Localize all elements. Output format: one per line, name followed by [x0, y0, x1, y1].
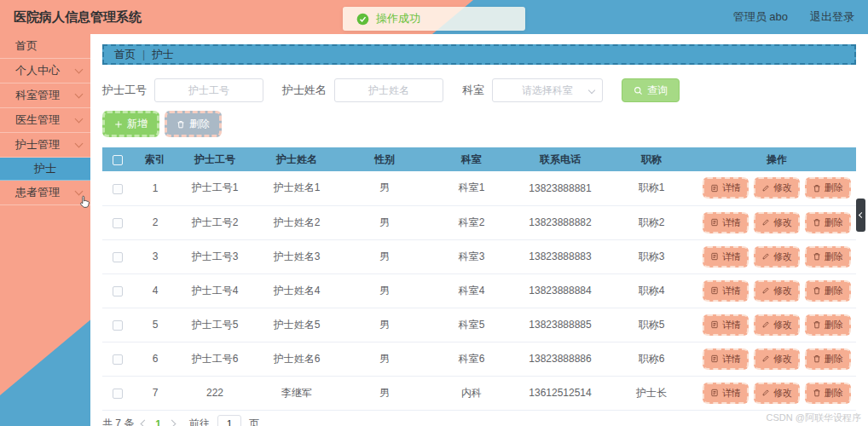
goto-page-input[interactable] — [217, 415, 241, 426]
nurse-table: 索引 护士工号 护士姓名 性别 科室 联系电话 职称 操作 — [102, 147, 856, 411]
delete-button-label: 删除 — [189, 117, 210, 131]
goto-label: 前往 — [189, 417, 210, 426]
detail-button[interactable]: 详情 — [703, 177, 749, 199]
row-checkbox[interactable] — [113, 320, 123, 331]
edit-button[interactable]: 修改 — [754, 383, 800, 404]
cell-nurse-name: 护士姓名6 — [252, 342, 341, 376]
edit-button[interactable]: 修改 — [754, 280, 800, 302]
pagination: 共 7 条 1 前往 页 — [102, 415, 856, 426]
chevron-down-icon — [75, 115, 84, 124]
row-checkbox[interactable] — [113, 286, 123, 296]
sidebar-subitem-nurse-active[interactable]: 护士 — [0, 158, 90, 181]
query-button[interactable]: 查询 — [622, 78, 680, 102]
column-nurse-name: 护士姓名 — [252, 147, 341, 171]
cell-title: 职称4 — [605, 273, 697, 308]
delete-button[interactable]: 删除 — [805, 212, 851, 233]
cell-gender: 男 — [341, 342, 428, 376]
nurse-id-label: 护士工号 — [102, 83, 147, 98]
chevron-down-icon — [75, 90, 84, 99]
sidebar-item-department-management[interactable]: 科室管理 — [0, 83, 90, 108]
cell-department: 内科 — [428, 376, 515, 410]
document-icon — [710, 389, 719, 397]
cell-phone: 13612512514 — [515, 376, 605, 410]
batch-delete-button[interactable]: 删除 — [165, 111, 222, 137]
document-icon — [710, 286, 719, 295]
add-button-label: 新增 — [127, 117, 148, 131]
sidebar-subitem-label: 护士 — [34, 161, 56, 176]
nurse-name-input[interactable] — [334, 78, 443, 102]
trash-icon — [813, 320, 821, 329]
table-row: 6 护士工号6 护士姓名6 男 科室6 13823888886 职称6 详情 修… — [102, 342, 856, 376]
collapse-panel-tab[interactable] — [856, 199, 865, 232]
add-button[interactable]: 新增 — [102, 111, 159, 137]
edit-button[interactable]: 修改 — [754, 314, 800, 336]
cell-gender: 男 — [341, 239, 428, 273]
cell-nurse-name: 护士姓名3 — [252, 239, 341, 273]
logout-link[interactable]: 退出登录 — [810, 9, 854, 25]
cell-department: 科室6 — [428, 342, 515, 376]
cell-nurse-id: 护士工号6 — [177, 342, 252, 376]
prev-page-icon[interactable] — [141, 420, 149, 426]
row-checkbox[interactable] — [113, 354, 123, 365]
document-icon — [710, 354, 719, 363]
cell-department: 科室5 — [428, 308, 515, 342]
sidebar-item-patient-management[interactable]: 患者管理 — [0, 181, 90, 205]
trash-icon — [813, 252, 821, 261]
row-checkbox[interactable] — [113, 252, 123, 262]
cell-department: 科室4 — [428, 273, 515, 308]
edit-button[interactable]: 修改 — [754, 177, 800, 199]
detail-button[interactable]: 详情 — [703, 314, 749, 336]
pagination-total: 共 7 条 — [102, 417, 134, 426]
cell-index: 2 — [133, 205, 177, 239]
sidebar-item-personal-center[interactable]: 个人中心 — [0, 59, 90, 83]
delete-button[interactable]: 删除 — [805, 314, 851, 336]
delete-button[interactable]: 删除 — [805, 383, 851, 404]
cell-gender: 男 — [341, 376, 428, 410]
pencil-icon — [761, 252, 770, 261]
column-index: 索引 — [133, 147, 177, 171]
cell-phone: 13823888884 — [515, 273, 605, 308]
delete-button[interactable]: 删除 — [805, 177, 851, 199]
edit-button[interactable]: 修改 — [754, 246, 800, 268]
pencil-icon — [761, 218, 770, 227]
delete-button[interactable]: 删除 — [805, 280, 851, 302]
detail-button[interactable]: 详情 — [703, 383, 749, 404]
breadcrumb-home[interactable]: 首页 — [114, 48, 136, 62]
cell-title: 职称5 — [605, 308, 697, 342]
detail-button[interactable]: 详情 — [703, 212, 749, 233]
document-icon — [710, 218, 719, 227]
success-toast: 操作成功 — [343, 7, 525, 31]
delete-button[interactable]: 删除 — [805, 246, 851, 268]
detail-button[interactable]: 详情 — [703, 280, 749, 302]
department-select[interactable]: 请选择科室 — [492, 78, 603, 102]
cell-department: 科室3 — [428, 239, 515, 273]
sidebar-item-label: 患者管理 — [15, 185, 60, 200]
edit-button[interactable]: 修改 — [754, 348, 800, 370]
pencil-icon — [761, 184, 770, 193]
sidebar-item-home[interactable]: 首页 — [0, 34, 90, 59]
department-select-placeholder: 请选择科室 — [522, 83, 573, 98]
query-button-label: 查询 — [647, 83, 668, 98]
delete-button[interactable]: 删除 — [805, 348, 851, 370]
cell-nurse-id: 护士工号4 — [177, 273, 252, 308]
table-row: 5 护士工号5 护士姓名5 男 科室5 13823888885 职称5 详情 修… — [102, 308, 856, 342]
current-page[interactable]: 1 — [155, 418, 161, 426]
row-checkbox[interactable] — [113, 184, 123, 194]
column-phone: 联系电话 — [515, 147, 605, 171]
cell-nurse-name: 护士姓名5 — [252, 308, 341, 342]
row-checkbox[interactable] — [113, 218, 123, 228]
select-all-checkbox[interactable] — [113, 155, 123, 165]
row-checkbox[interactable] — [113, 389, 123, 399]
cell-nurse-id: 护士工号2 — [177, 205, 252, 239]
pencil-icon — [761, 389, 770, 397]
chevron-down-icon — [75, 66, 84, 74]
nurse-id-input[interactable] — [154, 78, 263, 102]
edit-button[interactable]: 修改 — [754, 212, 800, 233]
cell-department: 科室2 — [428, 205, 515, 239]
page-unit-label: 页 — [249, 417, 259, 426]
sidebar-item-nurse-management[interactable]: 护士管理 — [0, 133, 90, 158]
detail-button[interactable]: 详情 — [703, 246, 749, 268]
detail-button[interactable]: 详情 — [703, 348, 749, 370]
sidebar-item-doctor-management[interactable]: 医生管理 — [0, 108, 90, 133]
next-page-icon[interactable] — [168, 420, 176, 426]
